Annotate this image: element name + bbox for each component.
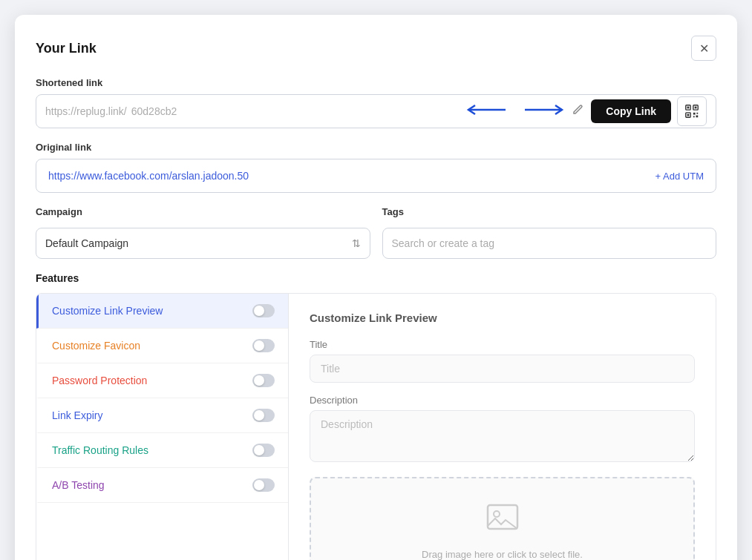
- feature-item-customize-favicon[interactable]: Customize Favicon: [36, 329, 288, 363]
- shortened-link-label: Shortened link: [36, 77, 716, 88]
- tags-input[interactable]: Search or create a tag: [382, 228, 717, 259]
- feature-item-customize-link-preview[interactable]: Customize Link Preview: [36, 294, 288, 329]
- qr-icon: [684, 103, 700, 119]
- campaign-select[interactable]: Default Campaign ⇅: [36, 228, 370, 259]
- feature-detail-panel: Customize Link Preview Title Description…: [289, 294, 716, 560]
- modal-container: Your Link ✕ Shortened link https://replu…: [15, 15, 737, 560]
- svg-rect-5: [695, 107, 697, 109]
- features-body: Customize Link Preview Customize Favicon…: [36, 293, 716, 560]
- shortened-link-field: https://replug.link/ 60d28cb2 Copy Link: [36, 94, 716, 128]
- close-button[interactable]: ✕: [691, 36, 716, 61]
- features-title: Features: [36, 272, 716, 284]
- toggle-customize-favicon[interactable]: [252, 339, 275, 352]
- campaign-value: Default Campaign: [45, 237, 352, 249]
- toggle-ab-testing[interactable]: [252, 478, 275, 492]
- description-field-label: Description: [310, 395, 695, 406]
- campaign-field-group: Campaign Default Campaign ⇅: [36, 206, 370, 259]
- toggle-traffic-routing[interactable]: [252, 444, 275, 457]
- detail-panel-title: Customize Link Preview: [310, 312, 695, 324]
- feature-name-customize-favicon: Customize Favicon: [52, 340, 140, 352]
- image-upload-icon: [485, 499, 520, 541]
- tags-field-group: Tags Search or create a tag: [382, 206, 717, 259]
- feature-item-ab-testing[interactable]: A/B Testing: [36, 468, 288, 503]
- link-hash: 60d28cb2: [131, 105, 177, 117]
- image-upload-text: Drag image here or click to select file.: [422, 549, 583, 560]
- original-link-label: Original link: [36, 142, 716, 153]
- original-link-text: https://www.facebook.com/arslan.jadoon.5…: [48, 170, 655, 182]
- chevron-icon: ⇅: [352, 237, 361, 249]
- svg-rect-3: [687, 107, 690, 109]
- modal-title: Your Link: [36, 41, 97, 56]
- close-icon: ✕: [699, 42, 709, 56]
- svg-rect-10: [693, 116, 695, 117]
- feature-name-link-expiry: Link Expiry: [52, 409, 102, 421]
- features-section: Features Customize Link Preview Customiz…: [36, 272, 716, 560]
- edit-icon[interactable]: [572, 104, 583, 119]
- feature-name-password-protection: Password Protection: [52, 375, 147, 386]
- toggle-link-expiry[interactable]: [252, 409, 275, 422]
- svg-rect-9: [696, 113, 698, 114]
- svg-point-13: [494, 511, 500, 517]
- add-utm-button[interactable]: + Add UTM: [655, 171, 704, 182]
- svg-rect-7: [687, 114, 690, 116]
- copy-link-button[interactable]: Copy Link: [591, 99, 671, 123]
- feature-item-link-expiry[interactable]: Link Expiry: [36, 398, 288, 433]
- shortened-link-text: https://replug.link/ 60d28cb2: [45, 105, 459, 117]
- features-list: Customize Link Preview Customize Favicon…: [36, 294, 289, 560]
- campaign-tags-row: Campaign Default Campaign ⇅ Tags Search …: [36, 206, 716, 259]
- title-field-label: Title: [310, 339, 695, 350]
- arrow-left-icon: [465, 102, 509, 121]
- toggle-customize-link-preview[interactable]: [252, 304, 275, 317]
- link-base: https://replug.link/: [45, 105, 127, 117]
- original-link-field: https://www.facebook.com/arslan.jadoon.5…: [36, 159, 716, 193]
- arrow-right-icon: [521, 102, 566, 121]
- description-textarea[interactable]: [310, 410, 695, 462]
- qr-code-button[interactable]: [677, 96, 707, 126]
- image-upload-area[interactable]: Drag image here or click to select file.: [310, 477, 695, 560]
- feature-name-customize-link-preview: Customize Link Preview: [52, 305, 163, 317]
- modal-header: Your Link ✕: [36, 36, 716, 61]
- svg-rect-8: [693, 113, 696, 115]
- toggle-password-protection[interactable]: [252, 374, 275, 387]
- svg-rect-11: [696, 116, 699, 118]
- feature-name-ab-testing: A/B Testing: [52, 479, 105, 491]
- feature-name-traffic-routing: Traffic Routing Rules: [52, 444, 148, 456]
- tags-placeholder: Search or create a tag: [392, 237, 495, 249]
- feature-item-traffic-routing[interactable]: Traffic Routing Rules: [36, 433, 288, 468]
- tags-label: Tags: [382, 206, 717, 217]
- title-input[interactable]: [310, 355, 695, 383]
- feature-item-password-protection[interactable]: Password Protection: [36, 363, 288, 398]
- campaign-label: Campaign: [36, 206, 370, 217]
